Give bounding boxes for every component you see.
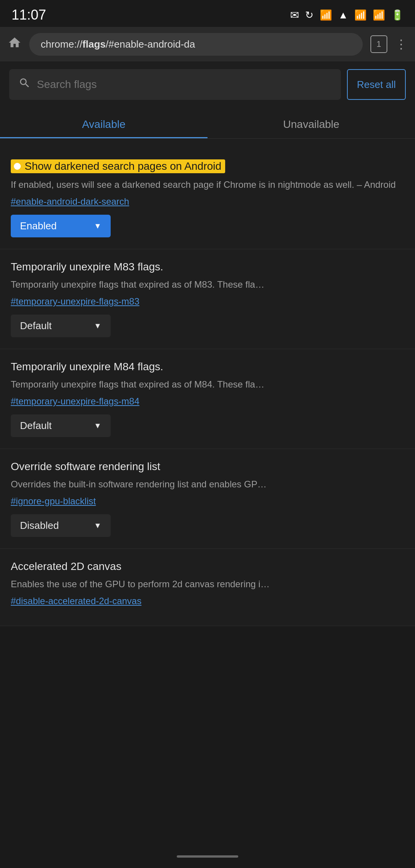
flag-link[interactable]: #disable-accelerated-2d-canvas	[11, 596, 404, 606]
flag-title: Accelerated 2D canvas	[11, 560, 404, 573]
flag-title: Show darkened search pages on Android	[25, 160, 225, 172]
search-bar-area: Reset all	[0, 61, 415, 108]
status-icons: ✉ ↻ 📶 ▲ 📶 📶 🔋	[290, 9, 403, 22]
battery-icon: 🔋	[391, 9, 403, 21]
status-bar: 11:07 ✉ ↻ 📶 ▲ 📶 📶 🔋	[0, 0, 415, 27]
flag-title: Temporarily unexpire M84 flags.	[11, 361, 404, 373]
bottom-nav-indicator	[0, 845, 415, 868]
flag-link[interactable]: #enable-android-dark-search	[11, 196, 404, 207]
flag-dropdown-default-m84[interactable]: Default ▼	[11, 414, 111, 437]
search-container	[9, 69, 341, 100]
tab-unavailable[interactable]: Unavailable	[208, 108, 415, 138]
tab-available[interactable]: Available	[0, 108, 208, 138]
email-icon: ✉	[290, 9, 299, 22]
search-icon	[18, 77, 31, 92]
flag-title: Temporarily unexpire M83 flags.	[11, 261, 404, 273]
flag-link[interactable]: #temporary-unexpire-flags-m83	[11, 296, 404, 307]
tab-count-button[interactable]: 1	[370, 35, 387, 53]
address-text: chrome://flags/#enable-android-da	[41, 38, 195, 50]
status-time: 11:07	[12, 7, 46, 23]
content-area: Show darkened search pages on Android If…	[0, 139, 415, 626]
search-input[interactable]	[37, 78, 332, 91]
signal-icon: 📶	[354, 9, 367, 21]
flag-dot	[14, 163, 21, 170]
flag-item-m83: Temporarily unexpire M83 flags. Temporar…	[0, 249, 415, 349]
home-button[interactable]	[8, 36, 22, 53]
flag-item-dark-search: Show darkened search pages on Android If…	[0, 148, 415, 249]
nav-pill	[177, 855, 238, 858]
flag-dropdown-enabled[interactable]: Enabled ▼	[11, 215, 111, 237]
dropdown-arrow-icon: ▼	[94, 521, 101, 530]
sync-icon: ↻	[305, 9, 314, 21]
flag-highlighted-title: Show darkened search pages on Android	[11, 159, 225, 173]
flag-description: Temporarily unexpire flags that expired …	[11, 378, 404, 391]
flag-title-row: Show darkened search pages on Android	[11, 159, 404, 173]
signal2-icon: 📶	[373, 9, 385, 21]
flag-dropdown-disabled[interactable]: Disabled ▼	[11, 514, 111, 537]
flag-link[interactable]: #temporary-unexpire-flags-m84	[11, 396, 404, 407]
dropdown-arrow-icon: ▼	[94, 222, 101, 230]
browser-toolbar: chrome://flags/#enable-android-da 1 ⋮	[0, 27, 415, 61]
flag-description: Overrides the built-in software renderin…	[11, 477, 404, 491]
dropdown-arrow-icon: ▼	[94, 321, 101, 330]
flag-item-gpu: Override software rendering list Overrid…	[0, 449, 415, 549]
address-bar[interactable]: chrome://flags/#enable-android-da	[29, 33, 363, 56]
dropdown-arrow-icon: ▼	[94, 421, 101, 430]
flag-item-canvas: Accelerated 2D canvas Enables the use of…	[0, 549, 415, 626]
address-highlight: flags	[82, 38, 106, 50]
flag-description: Temporarily unexpire flags that expired …	[11, 278, 404, 292]
flag-title: Override software rendering list	[11, 461, 404, 473]
flag-link[interactable]: #ignore-gpu-blacklist	[11, 496, 404, 507]
bluetooth-icon: 📶	[320, 9, 332, 21]
flag-description: If enabled, users will see a darkened se…	[11, 178, 404, 192]
reset-all-button[interactable]: Reset all	[347, 69, 406, 100]
flag-item-m84: Temporarily unexpire M84 flags. Temporar…	[0, 349, 415, 449]
flag-description: Enables the use of the GPU to perform 2d…	[11, 577, 404, 591]
tabs-container: Available Unavailable	[0, 108, 415, 139]
menu-button[interactable]: ⋮	[395, 37, 407, 51]
flag-dropdown-default-m83[interactable]: Default ▼	[11, 315, 111, 337]
wifi-icon: ▲	[338, 9, 348, 21]
